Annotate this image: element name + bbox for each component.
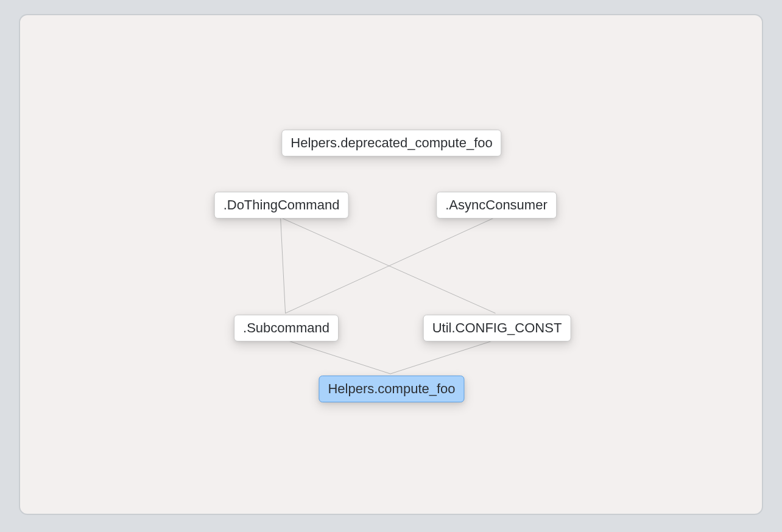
node-label: .AsyncConsumer xyxy=(445,197,548,212)
node-label: .DoThingCommand xyxy=(224,197,340,212)
graph-node[interactable]: Helpers.deprecated_compute_foo xyxy=(281,130,501,156)
node-label: Helpers.compute_foo xyxy=(328,381,455,396)
edges-layer xyxy=(20,15,762,514)
svg-line-4 xyxy=(390,340,495,374)
graph-node[interactable]: .AsyncConsumer xyxy=(436,192,557,219)
svg-line-1 xyxy=(281,217,496,313)
node-label: Util.CONFIG_CONST xyxy=(432,320,562,335)
graph-node[interactable]: .DoThingCommand xyxy=(214,192,349,219)
svg-line-0 xyxy=(281,217,286,313)
graph-node[interactable]: Util.CONFIG_CONST xyxy=(423,315,571,341)
node-label: Helpers.deprecated_compute_foo xyxy=(291,135,492,150)
graph-node-selected[interactable]: Helpers.compute_foo xyxy=(319,376,464,402)
node-label: .Subcommand xyxy=(243,320,329,335)
svg-line-3 xyxy=(286,340,390,374)
graph-node[interactable]: .Subcommand xyxy=(234,315,339,341)
graph-canvas[interactable]: Helpers.deprecated_compute_foo .DoThingC… xyxy=(19,14,763,515)
svg-line-2 xyxy=(286,217,495,313)
